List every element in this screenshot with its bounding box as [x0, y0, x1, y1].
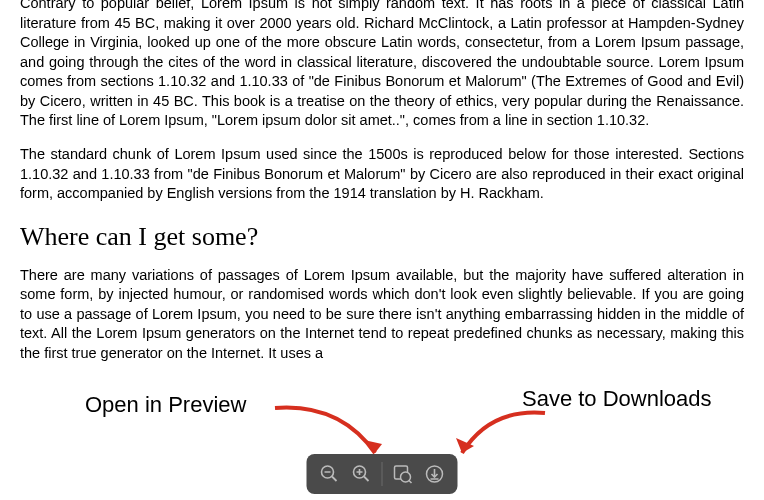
toolbar-divider — [382, 462, 383, 486]
svg-marker-0 — [364, 440, 382, 453]
paragraph-1: Contrary to popular belief, Lorem Ipsum … — [20, 0, 744, 131]
svg-line-3 — [332, 477, 337, 482]
zoom-in-button[interactable] — [347, 459, 377, 489]
document-content: Contrary to popular belief, Lorem Ipsum … — [0, 0, 764, 363]
paragraph-3: There are many variations of passages of… — [20, 266, 744, 364]
download-icon — [425, 464, 445, 484]
zoom-in-icon — [352, 464, 372, 484]
pdf-toolbar — [307, 454, 458, 494]
svg-line-6 — [364, 477, 369, 482]
open-preview-icon — [392, 463, 414, 485]
section-heading: Where can I get some? — [20, 222, 744, 252]
svg-line-11 — [409, 481, 412, 484]
annotation-label-open-preview: Open in Preview — [85, 392, 246, 418]
annotation-label-save-downloads: Save to Downloads — [522, 386, 712, 412]
zoom-out-icon — [320, 464, 340, 484]
svg-marker-1 — [456, 438, 474, 453]
open-preview-button[interactable] — [388, 459, 418, 489]
annotation-layer: Open in Preview Save to Downloads — [0, 380, 764, 500]
paragraph-2: The standard chunk of Lorem Ipsum used s… — [20, 145, 744, 204]
save-downloads-button[interactable] — [420, 459, 450, 489]
zoom-out-button[interactable] — [315, 459, 345, 489]
arrow-right-icon — [450, 398, 560, 468]
